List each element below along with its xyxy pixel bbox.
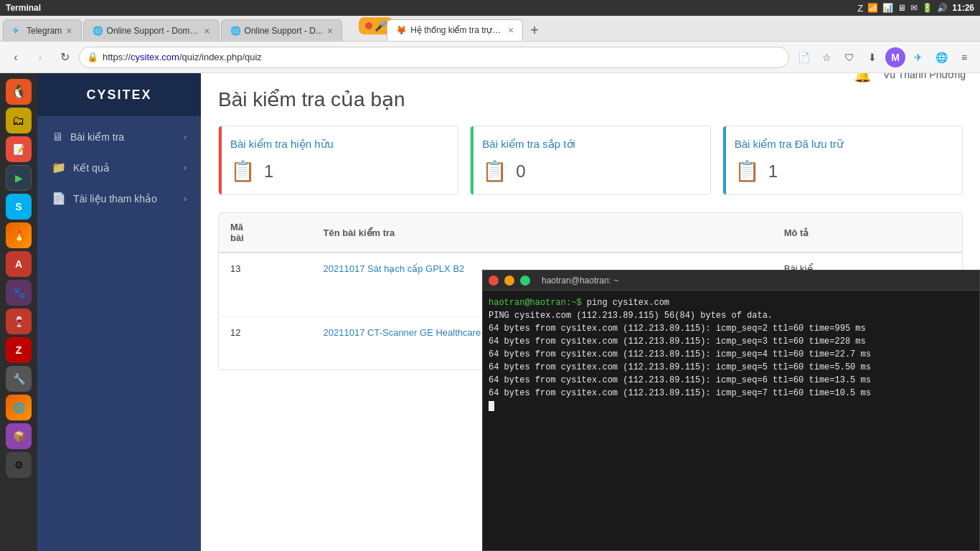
taskbar-icon-monitor: 🖥	[897, 3, 906, 13]
stat-da-luu-tru-icon: 📋	[735, 159, 760, 183]
telegram-favicon: ✈	[12, 26, 22, 36]
bookmark-button[interactable]: ☆	[816, 47, 837, 67]
dock-settings-icon[interactable]: 🔧	[6, 366, 32, 392]
col-header-mo-ta: Mô tả	[773, 213, 962, 253]
dock-ubuntu-icon[interactable]: 🐧	[6, 79, 32, 105]
terminal-line-5: 64 bytes from cysitex.com (112.213.89.11…	[489, 348, 974, 361]
col-header-ma-bai: Mãbài	[219, 213, 312, 253]
terminal-minimize-button[interactable]	[504, 276, 514, 286]
terminal-maximize-button[interactable]	[520, 276, 530, 286]
dock-wine-icon[interactable]: 🍷	[6, 309, 32, 334]
taskbar-icon-mail: ✉	[910, 3, 918, 13]
document-icon: 📄	[52, 192, 66, 205]
tab2-label: Online Support - Domain | E...	[107, 26, 200, 36]
dock-archive-icon[interactable]: 📦	[6, 423, 32, 449]
terminal-close-button[interactable]	[489, 276, 499, 286]
row2-id: 12	[219, 317, 312, 370]
tab2-close[interactable]: ×	[204, 25, 209, 37]
stat-hien-huu-icon: 📋	[230, 159, 255, 183]
new-tab-button[interactable]: +	[524, 19, 545, 41]
tab2-favicon: 🌐	[93, 26, 103, 36]
tab3-close[interactable]: ×	[327, 25, 333, 37]
sidebar-item-ket-qua-left: 📁 Kết quả	[52, 161, 110, 174]
dock-gimp-icon[interactable]: 🐾	[6, 280, 32, 306]
stat-card-hien-huu-body: 📋 1	[230, 159, 446, 183]
row1-link[interactable]: 20211017 Sát hạch cấp GPLX B2	[324, 263, 465, 274]
stat-sap-toi-icon: 📋	[482, 159, 507, 183]
taskbar-time: 11:26	[952, 3, 974, 13]
taskbar-icon-volume: 🔊	[937, 3, 948, 13]
chevron-bai-kiem-tra: ›	[184, 132, 187, 142]
dock-firefox6-icon[interactable]: 🔥	[6, 222, 32, 248]
stat-sap-toi-count: 0	[516, 161, 525, 182]
sidebar-item-tai-lieu[interactable]: 📄 Tài liệu tham khảo ›	[37, 183, 201, 214]
back-button[interactable]: ‹	[6, 47, 26, 67]
dock-filezilla-icon[interactable]: Z	[6, 337, 32, 363]
folder-icon: 📁	[52, 161, 66, 174]
taskbar-right: Z 📶 📊 🖥 ✉ 🔋 🔊 11:26	[857, 3, 974, 14]
mozilla-account-icon[interactable]: M	[885, 47, 905, 67]
sidebar-item-bai-kiem-tra[interactable]: 🖥 Bài kiểm tra ›	[37, 122, 201, 152]
menu-button[interactable]: ≡	[954, 47, 974, 67]
dock-skype-icon[interactable]: S	[6, 194, 32, 220]
terminal-line-2: PING cysitex.com (112.213.89.115) 56(84)…	[489, 309, 974, 322]
tab4-close[interactable]: ×	[508, 24, 514, 36]
tab-telegram[interactable]: ✈ Telegram ×	[3, 19, 82, 41]
tab-he-thong[interactable]: 🦊 Hệ thống kiểm tra trực tuyến - E... ×	[387, 19, 523, 41]
monitor-icon: 🖥	[52, 131, 63, 143]
dock-firefox2-icon[interactable]: 🌐	[6, 395, 32, 420]
sidebar-item-bai-kiem-tra-left: 🖥 Bài kiểm tra	[52, 131, 124, 143]
telegram-nav-icon[interactable]: ✈	[908, 47, 928, 67]
address-highlight: cysitex.com	[131, 52, 179, 62]
row2-link[interactable]: 20211017 CT-Scanner GE Healthcare	[324, 327, 481, 338]
tab3-favicon: 🌐	[230, 26, 240, 36]
sidebar-item-ket-qua[interactable]: 📁 Kết quả ›	[37, 152, 201, 183]
terminal-line-3: 64 bytes from cysitex.com (112.213.89.11…	[489, 322, 974, 335]
reload-button[interactable]: ↻	[55, 47, 75, 67]
taskbar-title: Terminal	[6, 3, 41, 13]
username-display: Vũ Thanh Phương	[883, 73, 966, 80]
dock-adobe-icon[interactable]: A	[6, 251, 32, 277]
terminal-title: haotran@haotran: ~	[542, 276, 618, 286]
terminal-window[interactable]: haotran@haotran: ~ haotran@haotran:~$ pi…	[482, 270, 980, 551]
dock-gedit-icon[interactable]: 📝	[6, 136, 32, 162]
stat-da-luu-tru-count: 1	[768, 161, 778, 182]
dock-settings2-icon[interactable]: ⚙	[6, 452, 32, 478]
terminal-cursor	[489, 401, 494, 411]
stat-card-sap-toi-body: 📋 0	[482, 159, 698, 183]
taskbar-icon-wifi: 📶	[867, 3, 878, 13]
terminal-line-1: haotran@haotran:~$ ping cysitex.com	[489, 296, 974, 309]
shield-button[interactable]: 🛡	[839, 47, 859, 67]
dock-files-icon[interactable]: 🗂	[6, 108, 32, 133]
tab-online-support-2[interactable]: 🌐 Online Support - D... ×	[221, 19, 343, 41]
dock-terminal-icon[interactable]: ▶	[6, 165, 32, 191]
nav-right-icons: 📄 ☆ 🛡 ⬇ M ✈ 🌐 ≡	[793, 47, 974, 67]
row1-id: 13	[219, 253, 312, 317]
stat-card-da-luu-tru: Bài kiểm tra Đã lưu trữ 📋 1	[722, 126, 963, 195]
nav-bar: ‹ › ↻ 🔒 https://cysitex.com/quiz/index.p…	[0, 42, 980, 73]
page-title: Bài kiểm tra của bạn	[218, 88, 963, 111]
sidebar-logo: CYSITEX	[37, 73, 201, 116]
terminal-body[interactable]: haotran@haotran:~$ ping cysitex.com PING…	[483, 291, 979, 550]
tab-online-support-1[interactable]: 🌐 Online Support - Domain | E... ×	[83, 19, 220, 41]
chevron-tai-lieu: ›	[184, 194, 187, 204]
stat-card-hien-huu-title: Bài kiểm tra hiện hữu	[230, 138, 446, 151]
bell-icon: 🔔	[854, 73, 872, 83]
stat-cards: Bài kiểm tra hiện hữu 📋 1 Bài kiểm tra s…	[218, 126, 963, 195]
notification-bell-wrapper[interactable]: 🔔 0	[854, 73, 872, 83]
sidebar-label-ket-qua: Kết quả	[73, 162, 110, 174]
forward-button[interactable]: ›	[30, 47, 50, 67]
globe-nav-icon[interactable]: 🌐	[931, 47, 951, 67]
terminal-line-8: 64 bytes from cysitex.com (112.213.89.11…	[489, 387, 974, 400]
reader-view-button[interactable]: 📄	[793, 47, 814, 67]
stat-card-hien-huu: Bài kiểm tra hiện hữu 📋 1	[218, 126, 458, 195]
taskbar-icon-signal: 📊	[882, 3, 893, 13]
stat-card-da-luu-tru-body: 📋 1	[735, 159, 951, 183]
sidebar-item-tai-lieu-left: 📄 Tài liệu tham khảo	[52, 192, 157, 205]
col-header-ten-bai: Tên bài kiểm tra	[312, 213, 773, 253]
download-button[interactable]: ⬇	[862, 47, 882, 67]
tab-telegram-label: Telegram	[27, 26, 62, 36]
address-bar[interactable]: 🔒 https://cysitex.com/quiz/index.php/qui…	[79, 47, 789, 68]
terminal-line-4: 64 bytes from cysitex.com (112.213.89.11…	[489, 335, 974, 348]
tab-telegram-close[interactable]: ×	[66, 25, 72, 37]
